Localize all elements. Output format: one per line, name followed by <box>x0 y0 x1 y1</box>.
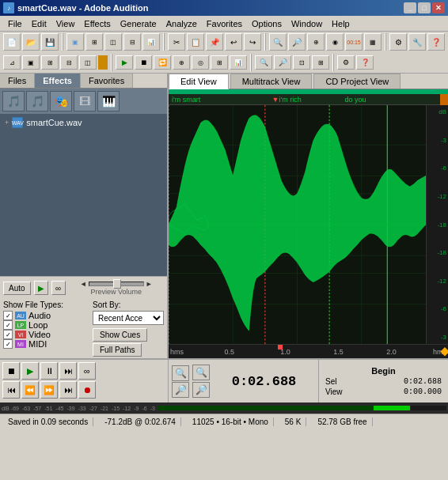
toolbar-open[interactable]: 📂 <box>22 33 40 51</box>
loop-ctrl-btn[interactable]: ∞ <box>51 281 66 295</box>
stop-button[interactable]: ⏹ <box>2 362 20 380</box>
toolbar2-loop[interactable]: 🔁 <box>154 55 171 70</box>
file-name[interactable]: smartCue.wav <box>26 118 82 127</box>
toolbar2-btn-3[interactable]: ⊞ <box>41 55 59 70</box>
toolbar-btn-8[interactable]: 📊 <box>142 33 160 51</box>
menu-generate[interactable]: Generate <box>116 17 161 30</box>
toolbar2-btn-15[interactable]: ⚙ <box>337 55 355 70</box>
menu-options[interactable]: Options <box>247 17 287 30</box>
full-paths-button[interactable]: Full Paths <box>93 343 142 357</box>
toolbar-btn-5[interactable]: ⊞ <box>85 33 103 51</box>
toolbar-btn-a[interactable]: ⊕ <box>307 33 325 51</box>
zoom-out-vert[interactable]: 🔎 <box>172 382 189 398</box>
close-button[interactable]: ✕ <box>432 2 445 13</box>
ft-loop-checkbox[interactable]: ✓ <box>3 320 13 330</box>
menu-view[interactable]: View <box>51 17 80 30</box>
toolbar2-btn-7[interactable]: ⊕ <box>173 55 190 70</box>
zoom-in-vert[interactable]: 🔍 <box>172 365 189 381</box>
pause-button[interactable]: ⏸ <box>40 362 58 380</box>
minimize-button[interactable]: _ <box>404 2 416 13</box>
menu-file[interactable]: File <box>3 17 27 30</box>
toolbar-undo[interactable]: ↩ <box>225 33 242 51</box>
toolbar-zoom-out[interactable]: 🔎 <box>288 33 306 51</box>
status-db: -71.2dB @ 0:02.674 <box>100 418 181 426</box>
toolbar-save[interactable]: 💾 <box>41 33 59 51</box>
toolbar2-btn-8[interactable]: ◎ <box>192 55 209 70</box>
auto-button[interactable]: Auto <box>3 282 31 295</box>
toolbar2-btn-11[interactable]: 🔍 <box>255 55 272 70</box>
record-button[interactable]: ⏺ <box>78 381 96 399</box>
toolbar-btn-7[interactable]: ⊟ <box>123 33 141 51</box>
toolbar-new[interactable]: 📄 <box>3 33 21 51</box>
menu-window[interactable]: Window <box>287 17 327 30</box>
tab-edit-view[interactable]: Edit View <box>169 74 229 89</box>
tab-effects[interactable]: Effects <box>35 74 81 88</box>
menu-analyze[interactable]: Analyze <box>161 17 202 30</box>
toolbar-btn-e[interactable]: ⚙ <box>389 33 407 51</box>
toolbar-btn-4[interactable]: ▣ <box>66 33 84 51</box>
waveform-svg-area[interactable] <box>169 105 426 344</box>
toolbar-btn-d[interactable]: ▦ <box>364 33 382 51</box>
toolbar2-btn-2[interactable]: ▣ <box>22 55 40 70</box>
toolbar2-btn-9[interactable]: ⊞ <box>211 55 228 70</box>
toolbar2-btn-13[interactable]: ⊡ <box>293 55 310 70</box>
toolbar2-btn-12[interactable]: 🔎 <box>274 55 291 70</box>
tab-favorites[interactable]: Favorites <box>81 74 133 88</box>
toolbar-btn-6[interactable]: ◫ <box>104 33 122 51</box>
ff-button[interactable]: ⏩ <box>40 381 58 399</box>
toolbar-btn-g[interactable]: ❓ <box>427 33 445 51</box>
toolbar-btn-c[interactable]: 00:15 <box>345 33 363 51</box>
zoom-horiz-out[interactable]: 🔎 <box>192 382 210 398</box>
toolbar2-btn-10[interactable]: 📊 <box>230 55 247 70</box>
play-ctrl-btn[interactable]: ▶ <box>34 281 48 295</box>
file-list[interactable]: + WAV smartCue.wav <box>0 114 167 276</box>
toolbar-redo[interactable]: ↪ <box>244 33 261 51</box>
show-cues-button[interactable]: Show Cues <box>93 328 147 342</box>
toolbar2-btn-6[interactable] <box>98 55 108 70</box>
ft-midi-checkbox[interactable]: ✓ <box>3 339 13 349</box>
prev-button[interactable]: ⏮ <box>2 381 20 399</box>
panel-icon-1[interactable]: 🎵 <box>2 91 25 111</box>
menu-help[interactable]: Help <box>327 17 355 30</box>
next-button[interactable]: ⏭ <box>59 362 77 380</box>
toolbar2-btn-16[interactable]: ❓ <box>356 55 374 70</box>
toolbar-cut[interactable]: ✂ <box>168 33 185 51</box>
volume-slider[interactable] <box>89 282 144 286</box>
expand-icon[interactable]: + <box>5 119 9 127</box>
toolbar2-btn-4[interactable]: ⊟ <box>60 55 78 70</box>
ft-audio-checkbox[interactable]: ✓ <box>3 311 13 320</box>
menu-favorites[interactable]: Favorites <box>202 17 247 30</box>
panel-icon-5[interactable]: 🎹 <box>97 91 120 111</box>
toolbar-paste[interactable]: 📌 <box>206 33 223 51</box>
waveform-container[interactable]: i'm smart ▼i'm rich do you <box>169 89 448 358</box>
sort-dropdown[interactable]: Recent Acce Name Duration <box>93 311 164 325</box>
toolbar2-play[interactable]: ▶ <box>116 55 133 70</box>
zoom-horiz-in[interactable]: 🔍 <box>192 365 210 380</box>
ft-midi-label: MIDI <box>28 339 47 349</box>
toolbar2-stop[interactable]: ⏹ <box>135 55 152 70</box>
toolbar-btn-b[interactable]: ◉ <box>326 33 344 51</box>
panel-icon-3[interactable]: 🎭 <box>50 91 72 111</box>
maximize-button[interactable]: □ <box>418 2 431 13</box>
loop-button[interactable]: ∞ <box>78 362 96 380</box>
toolbar-copy[interactable]: 📋 <box>187 33 204 51</box>
toolbar-zoom-in[interactable]: 🔍 <box>269 33 287 51</box>
toolbar2-btn-14[interactable]: ⊞ <box>312 55 329 70</box>
play-button[interactable]: ▶ <box>21 362 39 380</box>
panel-icon-2[interactable]: 🎵 <box>26 91 48 111</box>
rewind-button[interactable]: ⏪ <box>21 381 39 399</box>
toolbar2-btn-1[interactable]: ⊿ <box>3 55 21 70</box>
tab-cd-project-view[interactable]: CD Project View <box>313 74 401 89</box>
vol-right-arrow[interactable]: ► <box>146 280 153 288</box>
toolbar-btn-f[interactable]: 🔧 <box>408 33 426 51</box>
tab-multitrack-view[interactable]: Multitrack View <box>230 74 313 89</box>
menu-edit[interactable]: Edit <box>27 17 51 30</box>
panel-icon-4[interactable]: 🎞 <box>74 91 96 111</box>
end-button[interactable]: ⏭ <box>59 381 77 399</box>
toolbar2-btn-5[interactable]: ◫ <box>79 55 97 70</box>
tab-files[interactable]: Files <box>0 74 35 88</box>
waveform-header: i'm smart ▼i'm rich do you <box>169 89 448 105</box>
ft-video-checkbox[interactable]: ✓ <box>3 330 13 339</box>
menu-effects[interactable]: Effects <box>79 17 115 30</box>
vol-left-arrow[interactable]: ◄ <box>80 280 87 288</box>
